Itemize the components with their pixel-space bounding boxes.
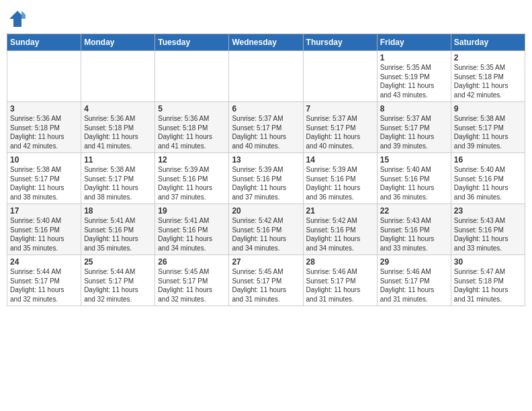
day-number: 20 <box>232 206 300 216</box>
day-info: Sunrise: 5:38 AM Sunset: 5:17 PM Dayligh… <box>84 165 152 201</box>
day-number: 23 <box>454 206 522 216</box>
day-cell: 18Sunrise: 5:41 AM Sunset: 5:16 PM Dayli… <box>81 204 155 255</box>
day-info: Sunrise: 5:41 AM Sunset: 5:16 PM Dayligh… <box>84 216 152 253</box>
day-cell <box>229 51 303 102</box>
calendar-header-row: SundayMondayTuesdayWednesdayThursdayFrid… <box>7 34 525 51</box>
day-number: 1 <box>380 53 448 62</box>
day-cell: 2Sunrise: 5:35 AM Sunset: 5:18 PM Daylig… <box>451 51 525 102</box>
day-number: 21 <box>306 206 374 216</box>
day-number: 27 <box>232 257 300 267</box>
day-info: Sunrise: 5:47 AM Sunset: 5:18 PM Dayligh… <box>454 267 522 304</box>
day-info: Sunrise: 5:44 AM Sunset: 5:17 PM Dayligh… <box>10 267 78 304</box>
page-header <box>7 7 525 28</box>
day-cell: 5Sunrise: 5:36 AM Sunset: 5:18 PM Daylig… <box>155 102 229 153</box>
day-number: 15 <box>380 155 448 165</box>
day-info: Sunrise: 5:46 AM Sunset: 5:17 PM Dayligh… <box>306 267 374 304</box>
day-cell: 23Sunrise: 5:43 AM Sunset: 5:16 PM Dayli… <box>451 204 525 255</box>
day-cell: 10Sunrise: 5:38 AM Sunset: 5:17 PM Dayli… <box>7 153 81 204</box>
day-cell: 12Sunrise: 5:39 AM Sunset: 5:16 PM Dayli… <box>155 153 229 204</box>
day-number: 11 <box>84 155 152 165</box>
day-cell: 13Sunrise: 5:39 AM Sunset: 5:16 PM Dayli… <box>229 153 303 204</box>
week-row-5: 24Sunrise: 5:44 AM Sunset: 5:17 PM Dayli… <box>7 255 525 306</box>
day-number: 10 <box>10 155 78 165</box>
day-info: Sunrise: 5:46 AM Sunset: 5:17 PM Dayligh… <box>380 267 448 304</box>
day-cell: 15Sunrise: 5:40 AM Sunset: 5:16 PM Dayli… <box>377 153 451 204</box>
day-number: 13 <box>232 155 300 165</box>
col-header-friday: Friday <box>377 34 451 51</box>
day-number: 19 <box>158 206 226 216</box>
svg-marker-1 <box>21 11 26 19</box>
day-info: Sunrise: 5:43 AM Sunset: 5:16 PM Dayligh… <box>380 216 448 253</box>
day-cell: 16Sunrise: 5:40 AM Sunset: 5:16 PM Dayli… <box>451 153 525 204</box>
day-cell: 3Sunrise: 5:36 AM Sunset: 5:18 PM Daylig… <box>7 102 81 153</box>
day-info: Sunrise: 5:40 AM Sunset: 5:16 PM Dayligh… <box>454 165 522 201</box>
logo <box>7 9 27 28</box>
day-number: 7 <box>306 104 374 113</box>
col-header-tuesday: Tuesday <box>155 34 229 51</box>
day-number: 26 <box>158 257 226 267</box>
day-cell <box>155 51 229 102</box>
day-info: Sunrise: 5:39 AM Sunset: 5:16 PM Dayligh… <box>232 165 300 201</box>
day-cell: 24Sunrise: 5:44 AM Sunset: 5:17 PM Dayli… <box>7 255 81 306</box>
day-number: 9 <box>454 104 522 113</box>
day-number: 29 <box>380 257 448 267</box>
col-header-sunday: Sunday <box>7 34 81 51</box>
day-info: Sunrise: 5:38 AM Sunset: 5:17 PM Dayligh… <box>10 165 78 201</box>
day-number: 12 <box>158 155 226 165</box>
day-cell <box>81 51 155 102</box>
day-number: 8 <box>380 104 448 113</box>
day-cell: 28Sunrise: 5:46 AM Sunset: 5:17 PM Dayli… <box>303 255 377 306</box>
day-cell: 4Sunrise: 5:36 AM Sunset: 5:18 PM Daylig… <box>81 102 155 153</box>
day-cell: 9Sunrise: 5:38 AM Sunset: 5:17 PM Daylig… <box>451 102 525 153</box>
day-cell: 7Sunrise: 5:37 AM Sunset: 5:17 PM Daylig… <box>303 102 377 153</box>
day-cell: 19Sunrise: 5:41 AM Sunset: 5:16 PM Dayli… <box>155 204 229 255</box>
day-info: Sunrise: 5:37 AM Sunset: 5:17 PM Dayligh… <box>232 114 300 150</box>
day-cell <box>7 51 81 102</box>
day-number: 17 <box>10 206 78 216</box>
day-number: 22 <box>380 206 448 216</box>
day-number: 14 <box>306 155 374 165</box>
day-info: Sunrise: 5:37 AM Sunset: 5:17 PM Dayligh… <box>380 114 448 150</box>
day-cell: 11Sunrise: 5:38 AM Sunset: 5:17 PM Dayli… <box>81 153 155 204</box>
day-info: Sunrise: 5:43 AM Sunset: 5:16 PM Dayligh… <box>454 216 522 253</box>
day-info: Sunrise: 5:42 AM Sunset: 5:16 PM Dayligh… <box>306 216 374 253</box>
week-row-3: 10Sunrise: 5:38 AM Sunset: 5:17 PM Dayli… <box>7 153 525 204</box>
week-row-1: 1Sunrise: 5:35 AM Sunset: 5:19 PM Daylig… <box>7 51 525 102</box>
day-cell <box>303 51 377 102</box>
day-info: Sunrise: 5:40 AM Sunset: 5:16 PM Dayligh… <box>10 216 78 253</box>
day-info: Sunrise: 5:36 AM Sunset: 5:18 PM Dayligh… <box>10 114 78 150</box>
day-info: Sunrise: 5:42 AM Sunset: 5:16 PM Dayligh… <box>232 216 300 253</box>
day-cell: 25Sunrise: 5:44 AM Sunset: 5:17 PM Dayli… <box>81 255 155 306</box>
day-cell: 30Sunrise: 5:47 AM Sunset: 5:18 PM Dayli… <box>451 255 525 306</box>
calendar: SundayMondayTuesdayWednesdayThursdayFrid… <box>7 34 525 306</box>
day-number: 18 <box>84 206 152 216</box>
day-info: Sunrise: 5:37 AM Sunset: 5:17 PM Dayligh… <box>306 114 374 150</box>
day-info: Sunrise: 5:35 AM Sunset: 5:18 PM Dayligh… <box>454 63 522 99</box>
day-cell: 29Sunrise: 5:46 AM Sunset: 5:17 PM Dayli… <box>377 255 451 306</box>
logo-general <box>7 9 27 28</box>
week-row-4: 17Sunrise: 5:40 AM Sunset: 5:16 PM Dayli… <box>7 204 525 255</box>
day-number: 6 <box>232 104 300 113</box>
week-row-2: 3Sunrise: 5:36 AM Sunset: 5:18 PM Daylig… <box>7 102 525 153</box>
day-cell: 8Sunrise: 5:37 AM Sunset: 5:17 PM Daylig… <box>377 102 451 153</box>
day-info: Sunrise: 5:41 AM Sunset: 5:16 PM Dayligh… <box>158 216 226 253</box>
col-header-saturday: Saturday <box>451 34 525 51</box>
day-cell: 6Sunrise: 5:37 AM Sunset: 5:17 PM Daylig… <box>229 102 303 153</box>
day-info: Sunrise: 5:35 AM Sunset: 5:19 PM Dayligh… <box>380 63 448 99</box>
day-cell: 14Sunrise: 5:39 AM Sunset: 5:16 PM Dayli… <box>303 153 377 204</box>
day-info: Sunrise: 5:45 AM Sunset: 5:17 PM Dayligh… <box>232 267 300 304</box>
day-info: Sunrise: 5:39 AM Sunset: 5:16 PM Dayligh… <box>306 165 374 201</box>
day-info: Sunrise: 5:36 AM Sunset: 5:18 PM Dayligh… <box>158 114 226 150</box>
day-info: Sunrise: 5:38 AM Sunset: 5:17 PM Dayligh… <box>454 114 522 150</box>
day-info: Sunrise: 5:45 AM Sunset: 5:17 PM Dayligh… <box>158 267 226 304</box>
col-header-monday: Monday <box>81 34 155 51</box>
day-info: Sunrise: 5:44 AM Sunset: 5:17 PM Dayligh… <box>84 267 152 304</box>
day-cell: 1Sunrise: 5:35 AM Sunset: 5:19 PM Daylig… <box>377 51 451 102</box>
day-number: 3 <box>10 104 78 113</box>
day-number: 25 <box>84 257 152 267</box>
day-cell: 21Sunrise: 5:42 AM Sunset: 5:16 PM Dayli… <box>303 204 377 255</box>
day-info: Sunrise: 5:40 AM Sunset: 5:16 PM Dayligh… <box>380 165 448 201</box>
day-number: 4 <box>84 104 152 113</box>
day-cell: 22Sunrise: 5:43 AM Sunset: 5:16 PM Dayli… <box>377 204 451 255</box>
day-number: 5 <box>158 104 226 113</box>
